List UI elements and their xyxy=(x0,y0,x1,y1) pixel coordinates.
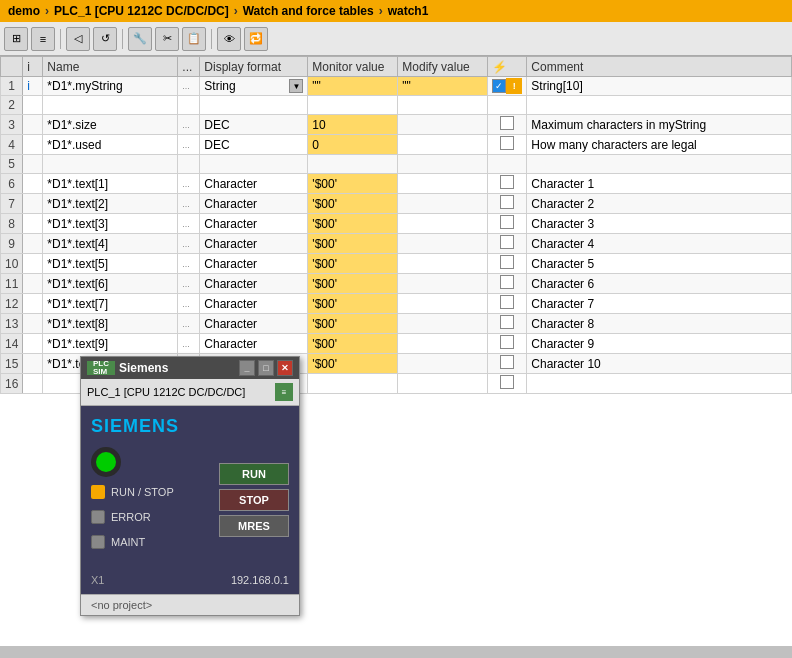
toolbar-btn-8[interactable]: 👁 xyxy=(217,27,241,51)
table-row[interactable]: 12*D1*.text[7]...Character'$00'Character… xyxy=(1,294,792,314)
dots-cell[interactable]: ... xyxy=(178,194,200,214)
dots-cell[interactable]: ... xyxy=(178,254,200,274)
name-cell[interactable]: *D1*.text[4] xyxy=(43,234,178,254)
force-cell[interactable] xyxy=(488,135,527,155)
force-cell[interactable] xyxy=(488,314,527,334)
force-cell[interactable] xyxy=(488,214,527,234)
format-cell[interactable]: DEC xyxy=(200,135,308,155)
force-cell[interactable] xyxy=(488,334,527,354)
format-cell[interactable]: Character xyxy=(200,194,308,214)
force-checkbox[interactable] xyxy=(500,355,514,369)
format-cell[interactable]: Character xyxy=(200,274,308,294)
toolbar-btn-6[interactable]: ✂ xyxy=(155,27,179,51)
table-row[interactable]: 9*D1*.text[4]...Character'$00'Character … xyxy=(1,234,792,254)
dots-cell[interactable]: ... xyxy=(178,77,200,96)
run-button[interactable]: RUN xyxy=(219,463,289,485)
modify-value-cell[interactable] xyxy=(398,96,488,115)
force-cell[interactable] xyxy=(488,294,527,314)
format-cell[interactable]: Character xyxy=(200,174,308,194)
modify-value-cell[interactable] xyxy=(398,354,488,374)
dots-cell[interactable]: ... xyxy=(178,174,200,194)
name-cell[interactable]: *D1*.size xyxy=(43,115,178,135)
name-cell[interactable]: *D1*.text[9] xyxy=(43,334,178,354)
table-row[interactable]: 6*D1*.text[1]...Character'$00'Character … xyxy=(1,174,792,194)
toolbar-btn-3[interactable]: ◁ xyxy=(66,27,90,51)
dots-cell[interactable] xyxy=(178,96,200,115)
force-cell[interactable] xyxy=(488,374,527,394)
table-row[interactable]: 7*D1*.text[2]...Character'$00'Character … xyxy=(1,194,792,214)
force-cell[interactable] xyxy=(488,155,527,174)
table-row[interactable]: 14*D1*.text[9]...Character'$00'Character… xyxy=(1,334,792,354)
toolbar-btn-5[interactable]: 🔧 xyxy=(128,27,152,51)
modify-value-cell[interactable] xyxy=(398,155,488,174)
toolbar-btn-7[interactable]: 📋 xyxy=(182,27,206,51)
force-cell[interactable] xyxy=(488,234,527,254)
name-cell[interactable]: *D1*.text[6] xyxy=(43,274,178,294)
toolbar-btn-1[interactable]: ⊞ xyxy=(4,27,28,51)
dots-cell[interactable]: ... xyxy=(178,294,200,314)
format-cell[interactable]: Character xyxy=(200,234,308,254)
modify-value-cell[interactable] xyxy=(398,334,488,354)
force-cell[interactable] xyxy=(488,274,527,294)
modify-value-cell[interactable] xyxy=(398,274,488,294)
force-checkbox[interactable] xyxy=(500,275,514,289)
force-cell[interactable] xyxy=(488,96,527,115)
format-cell[interactable]: Character xyxy=(200,314,308,334)
table-row[interactable]: 4*D1*.used...DEC0How many characters are… xyxy=(1,135,792,155)
force-checkbox[interactable] xyxy=(500,335,514,349)
modify-value-cell[interactable] xyxy=(398,135,488,155)
format-cell[interactable] xyxy=(200,155,308,174)
table-row[interactable]: 5 xyxy=(1,155,792,174)
name-cell[interactable]: *D1*.text[7] xyxy=(43,294,178,314)
force-cell[interactable] xyxy=(488,254,527,274)
force-checkbox[interactable] xyxy=(500,295,514,309)
modify-value-cell[interactable]: "" xyxy=(398,77,488,96)
format-cell[interactable]: String▼ xyxy=(200,77,308,96)
modify-value-cell[interactable] xyxy=(398,374,488,394)
format-cell[interactable]: Character xyxy=(200,294,308,314)
force-checkbox[interactable] xyxy=(500,315,514,329)
name-cell[interactable]: *D1*.text[1] xyxy=(43,174,178,194)
force-checkbox[interactable] xyxy=(500,235,514,249)
dialog-minimize-btn[interactable]: _ xyxy=(239,360,255,376)
table-row[interactable]: 13*D1*.text[8]...Character'$00'Character… xyxy=(1,314,792,334)
modify-value-cell[interactable] xyxy=(398,115,488,135)
mres-button[interactable]: MRES xyxy=(219,515,289,537)
force-checkbox[interactable] xyxy=(492,79,506,93)
force-checkbox[interactable] xyxy=(500,136,514,150)
format-cell[interactable]: Character xyxy=(200,214,308,234)
modify-value-cell[interactable] xyxy=(398,254,488,274)
table-row[interactable]: 2 xyxy=(1,96,792,115)
modify-value-cell[interactable] xyxy=(398,294,488,314)
stop-button[interactable]: STOP xyxy=(219,489,289,511)
dots-cell[interactable]: ... xyxy=(178,135,200,155)
toolbar-btn-9[interactable]: 🔁 xyxy=(244,27,268,51)
format-dropdown-arrow[interactable]: ▼ xyxy=(289,79,303,93)
name-cell[interactable]: *D1*.text[2] xyxy=(43,194,178,214)
force-checkbox[interactable] xyxy=(500,116,514,130)
name-cell[interactable]: *D1*.text[5] xyxy=(43,254,178,274)
format-cell[interactable]: Character xyxy=(200,334,308,354)
modify-value-cell[interactable] xyxy=(398,194,488,214)
name-cell[interactable]: *D1*.text[3] xyxy=(43,214,178,234)
dots-cell[interactable]: ... xyxy=(178,314,200,334)
force-cell[interactable] xyxy=(488,194,527,214)
force-checkbox[interactable] xyxy=(500,375,514,389)
dots-cell[interactable]: ... xyxy=(178,234,200,254)
format-cell[interactable] xyxy=(200,96,308,115)
toolbar-btn-4[interactable]: ↺ xyxy=(93,27,117,51)
force-cell[interactable]: ! xyxy=(488,77,527,96)
modify-value-cell[interactable] xyxy=(398,214,488,234)
table-row[interactable]: 8*D1*.text[3]...Character'$00'Character … xyxy=(1,214,792,234)
modify-value-cell[interactable] xyxy=(398,314,488,334)
force-checkbox[interactable] xyxy=(500,215,514,229)
dots-cell[interactable]: ... xyxy=(178,334,200,354)
format-cell[interactable]: Character xyxy=(200,254,308,274)
force-checkbox[interactable] xyxy=(500,255,514,269)
modify-value-cell[interactable] xyxy=(398,234,488,254)
modify-value-cell[interactable] xyxy=(398,174,488,194)
format-cell[interactable]: DEC xyxy=(200,115,308,135)
force-cell[interactable] xyxy=(488,115,527,135)
dots-cell[interactable]: ... xyxy=(178,274,200,294)
name-cell[interactable]: *D1*.used xyxy=(43,135,178,155)
